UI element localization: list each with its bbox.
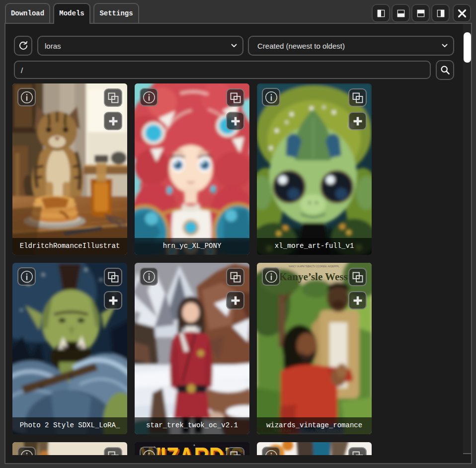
svg-text:NANCY IA APM TEBACTV CCORIEM: NANCY IA APM TEBACTV CCORIEM. AVDEPPPL bbox=[289, 265, 339, 268]
svg-text:Kanye’sle Wesst: Kanye’sle Wesst bbox=[279, 271, 351, 283]
